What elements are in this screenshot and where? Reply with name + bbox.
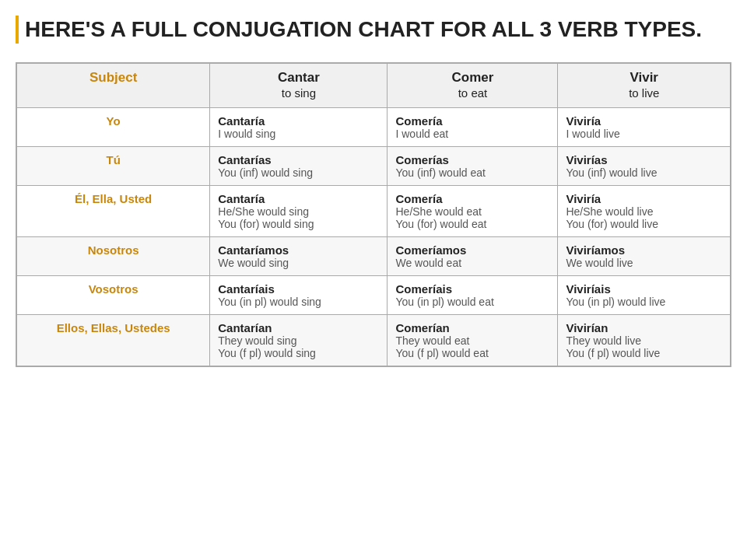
vivir-translation: He/She would live — [566, 205, 722, 218]
subject-cell: Ellos, Ellas, Ustedes — [16, 315, 210, 367]
subject-cell: Él, Ella, Usted — [16, 186, 210, 237]
cantar-verb: Cantar — [218, 70, 379, 86]
cantar-translation: You (for) would sing — [218, 218, 379, 230]
vivir-form: Vivirían — [566, 321, 722, 334]
comer-cell: ComeríanThey would eatYou (f pl) would e… — [388, 315, 558, 367]
subject-cell: Vosotros — [16, 276, 210, 315]
comer-header: Comer to eat — [388, 63, 558, 108]
vivir-cell: ViviríaHe/She would liveYou (for) would … — [558, 186, 731, 237]
comer-cell: ComeríaisYou (in pl) would eat — [388, 276, 558, 315]
comer-cell: Comería I would eat — [388, 108, 558, 147]
comer-form: Comeríais — [395, 282, 549, 296]
comer-translation: You (for) would eat — [395, 218, 549, 230]
vivir-form: Viviríamos — [566, 243, 722, 257]
vivir-translation: We would live — [566, 257, 722, 269]
subject-cell: Tú — [16, 147, 210, 186]
cantar-translation: You (inf) would sing — [218, 166, 379, 179]
comer-cell: ComeríaHe/She would eatYou (for) would e… — [388, 186, 558, 237]
cantar-cell: CantaríamosWe would sing — [210, 237, 388, 276]
conjugation-table: Subject Cantar to sing Comer to eat Vivi… — [16, 62, 731, 367]
cantar-form: Cantaríamos — [218, 243, 379, 257]
comer-verb: Comer — [395, 70, 549, 86]
comer-translation: to eat — [458, 86, 488, 100]
vivir-form: Viviríais — [566, 282, 722, 296]
table-header-row: Subject Cantar to sing Comer to eat Vivi… — [16, 63, 731, 108]
cantar-cell: CantaríasYou (inf) would sing — [210, 147, 388, 186]
vivir-form: Viviría — [566, 114, 722, 128]
comer-form: Comerías — [395, 153, 549, 166]
cantar-header: Cantar to sing — [210, 63, 388, 108]
page-title: HERE'S A FULL CONJUGATION CHART FOR ALL … — [16, 16, 731, 44]
vivir-translation: I would live — [566, 128, 722, 140]
table-row: Él, Ella, UstedCantaríaHe/She would sing… — [16, 186, 731, 237]
comer-form: Comeríamos — [395, 243, 549, 257]
cantar-form: Cantarían — [218, 321, 379, 334]
comer-translation: You (in pl) would eat — [395, 296, 549, 308]
cantar-cell: CantaríaI would sing — [210, 108, 388, 147]
cantar-cell: CantaríaHe/She would singYou (for) would… — [210, 186, 388, 237]
comer-translation: They would eat — [395, 334, 549, 347]
comer-translation: You (f pl) would eat — [395, 347, 549, 359]
cantar-form: Cantaría — [218, 114, 379, 128]
cantar-cell: CantaríanThey would singYou (f pl) would… — [210, 315, 388, 367]
table-row: Ellos, Ellas, UstedesCantaríanThey would… — [16, 315, 731, 367]
vivir-cell: ViviríaI would live — [558, 108, 731, 147]
comer-translation: We would eat — [395, 257, 549, 269]
cantar-cell: CantaríaisYou (in pl) would sing — [210, 276, 388, 315]
cantar-translation: I would sing — [218, 128, 379, 140]
cantar-form: Cantarías — [218, 153, 379, 166]
vivir-translation: They would live — [566, 334, 722, 347]
table-row: TúCantaríasYou (inf) would singComeríasY… — [16, 147, 731, 186]
table-row: NosotrosCantaríamosWe would singComeríam… — [16, 237, 731, 276]
vivir-verb: Vivir — [566, 70, 722, 86]
vivir-cell: ViviríaisYou (in pl) would live — [558, 276, 731, 315]
cantar-translation: You (f pl) would sing — [218, 347, 379, 359]
cantar-translation: He/She would sing — [218, 205, 379, 218]
comer-translation: You (inf) would eat — [395, 166, 549, 179]
comer-form: Comerían — [395, 321, 549, 334]
cantar-translation: to sing — [282, 86, 316, 100]
cantar-translation: You (in pl) would sing — [218, 296, 379, 308]
comer-cell: ComeríasYou (inf) would eat — [388, 147, 558, 186]
comer-translation: He/She would eat — [395, 205, 549, 218]
vivir-translation: You (f pl) would live — [566, 347, 722, 359]
comer-form: Comería — [395, 192, 549, 205]
comer-translation: I would eat — [395, 128, 549, 140]
cantar-form: Cantaríais — [218, 282, 379, 296]
vivir-cell: ViviríanThey would liveYou (f pl) would … — [558, 315, 731, 367]
subject-cell: Nosotros — [16, 237, 210, 276]
vivir-header: Vivir to live — [558, 63, 731, 108]
comer-cell: ComeríamosWe would eat — [388, 237, 558, 276]
vivir-translation: to live — [629, 86, 659, 100]
cantar-translation: We would sing — [218, 257, 379, 269]
cantar-translation: They would sing — [218, 334, 379, 347]
vivir-form: Viviría — [566, 192, 722, 205]
table-row: YoCantaríaI would singComería I would ea… — [16, 108, 731, 147]
comer-form: Comería — [395, 114, 549, 128]
vivir-translation: You (inf) would live — [566, 166, 722, 179]
vivir-cell: ViviríamosWe would live — [558, 237, 731, 276]
vivir-form: Vivirías — [566, 153, 722, 166]
cantar-form: Cantaría — [218, 192, 379, 205]
vivir-cell: ViviríasYou (inf) would live — [558, 147, 731, 186]
vivir-translation: You (for) would live — [566, 218, 722, 230]
table-row: VosotrosCantaríaisYou (in pl) would sing… — [16, 276, 731, 315]
subject-cell: Yo — [16, 108, 210, 147]
vivir-translation: You (in pl) would live — [566, 296, 722, 308]
subject-header: Subject — [16, 63, 210, 108]
